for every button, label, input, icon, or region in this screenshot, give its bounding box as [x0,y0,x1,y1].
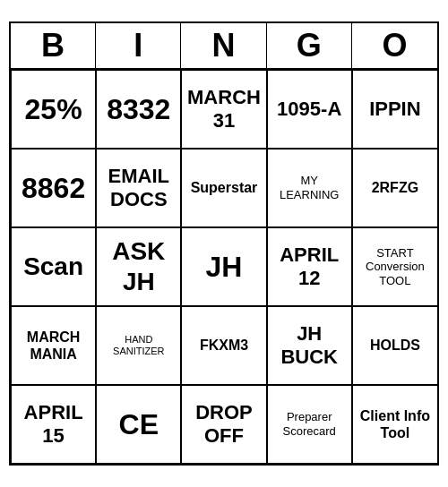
bingo-cell: EMAIL DOCS [96,149,181,227]
bingo-card: B I N G O 25%8332MARCH 311095-AIPPIN8862… [9,21,439,466]
bingo-cell: Client Info Tool [352,385,437,464]
bingo-cell: Preparer Scorecard [267,385,352,464]
bingo-cell: DROP OFF [181,385,266,464]
header-n: N [181,23,266,68]
bingo-cell: HOLDS [352,306,437,385]
bingo-cell: MARCH MANIA [11,306,96,385]
bingo-cell: MY LEARNING [267,149,352,227]
bingo-cell: JH [181,227,266,306]
bingo-cell: 25% [11,70,96,149]
bingo-cell: JH BUCK [267,306,352,385]
bingo-cell: APRIL 15 [11,385,96,464]
bingo-grid: 25%8332MARCH 311095-AIPPIN8862EMAIL DOCS… [11,70,437,464]
bingo-cell: START Conversion TOOL [352,227,437,306]
bingo-cell: HAND SANITIZER [96,306,181,385]
bingo-cell: FKXM3 [181,306,266,385]
header-i: I [96,23,181,68]
bingo-cell: 2RFZG [352,149,437,227]
bingo-cell: IPPIN [352,70,437,149]
bingo-cell: 1095-A [267,70,352,149]
bingo-cell: APRIL 12 [267,227,352,306]
bingo-cell: 8332 [96,70,181,149]
bingo-cell: Superstar [181,149,266,227]
header-g: G [267,23,352,68]
bingo-cell: 8862 [11,149,96,227]
header-b: B [11,23,96,68]
bingo-cell: MARCH 31 [181,70,266,149]
bingo-header: B I N G O [11,23,437,70]
header-o: O [352,23,437,68]
bingo-cell: ASK JH [96,227,181,306]
bingo-cell: CE [96,385,181,464]
bingo-cell: Scan [11,227,96,306]
